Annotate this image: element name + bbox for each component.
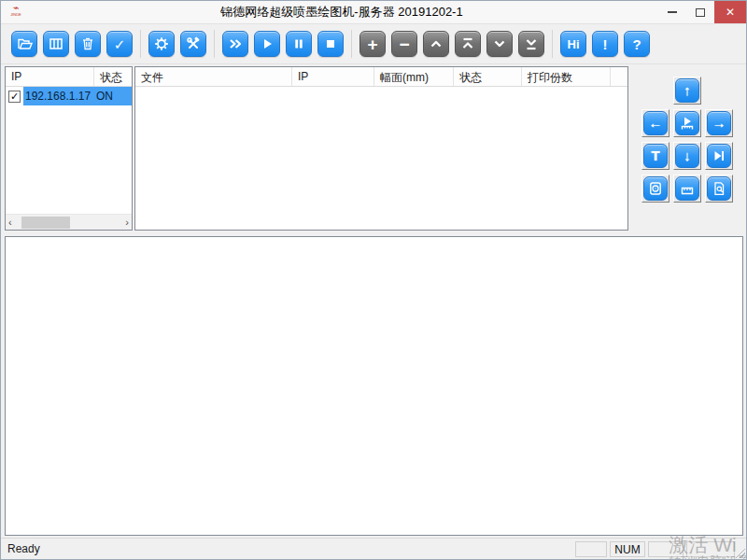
- device-row[interactable]: ✓ 192.168.1.17 ON: [6, 87, 132, 105]
- job-col-copies[interactable]: 打印份数: [522, 67, 611, 86]
- stop-icon: [323, 36, 338, 51]
- left-arrow-icon: ←: [649, 116, 663, 130]
- right-arrow-icon: →: [712, 116, 726, 130]
- minus-icon: −: [399, 35, 409, 53]
- ruler-button[interactable]: [673, 175, 701, 203]
- job-col-ip[interactable]: IP: [292, 67, 374, 86]
- toolbar-separator: [552, 30, 553, 58]
- remove-button[interactable]: −: [391, 31, 417, 57]
- job-col-file[interactable]: 文件: [135, 67, 292, 86]
- device-list-header: IP 状态: [6, 67, 132, 87]
- up-arrow-icon: ↑: [684, 83, 691, 97]
- move-up-button[interactable]: [423, 31, 449, 57]
- minimize-icon: [668, 11, 677, 13]
- pause-icon: [291, 36, 306, 51]
- plus-icon: +: [367, 35, 377, 53]
- check-icon: ✓: [114, 37, 126, 51]
- stop-button[interactable]: [317, 31, 344, 57]
- device-ip: 192.168.1.17: [23, 90, 96, 103]
- tools-button[interactable]: [180, 31, 206, 57]
- pause-button[interactable]: [286, 31, 312, 57]
- jog-grid: ↑ ← → T ↓: [641, 75, 734, 231]
- job-col-status[interactable]: 状态: [454, 67, 522, 86]
- settings-button[interactable]: [148, 31, 175, 57]
- chevron-down-icon: [492, 36, 507, 51]
- move-to-bottom-button[interactable]: [518, 31, 544, 57]
- nudge-right-button[interactable]: →: [705, 109, 733, 137]
- play-ruler-icon: [680, 116, 695, 131]
- start-measure-button[interactable]: [673, 109, 701, 137]
- minimize-button[interactable]: [658, 1, 686, 23]
- play-icon: [260, 36, 275, 51]
- window-controls: ✕: [658, 1, 746, 23]
- columns-view-button[interactable]: [43, 31, 69, 57]
- device-row-selection: 192.168.1.17 ON: [23, 87, 132, 105]
- help-button[interactable]: ?: [624, 31, 650, 57]
- gear-icon: [154, 36, 169, 51]
- upper-panels: IP 状态 ✓ 192.168.1.17 ON ‹ ›: [1, 64, 746, 232]
- move-down-button[interactable]: [486, 31, 513, 57]
- jog-panel: ↑ ← → T ↓: [631, 66, 743, 231]
- toolbar-separator: [351, 30, 352, 58]
- titlebar: ⌁ JINDE 锦德网络超级喷墨绘图机-服务器 20191202-1 ✕: [1, 1, 746, 23]
- device-list-body: ✓ 192.168.1.17 ON: [6, 87, 132, 214]
- maximize-icon: [696, 8, 705, 17]
- add-button[interactable]: +: [359, 31, 386, 57]
- status-pane-cap: [575, 541, 607, 557]
- scroll-right-icon[interactable]: ›: [125, 217, 129, 228]
- job-col-filler: [611, 67, 627, 86]
- nudge-down-button[interactable]: ↓: [673, 142, 701, 170]
- trash-icon: [80, 36, 95, 51]
- chevron-up-bar-icon: [460, 36, 475, 51]
- app-window: ⌁ JINDE 锦德网络超级喷墨绘图机-服务器 20191202-1 ✕ ✓: [0, 0, 747, 560]
- open-folder-icon: [17, 36, 33, 51]
- scroll-left-icon[interactable]: ‹: [8, 217, 12, 228]
- hi-text-icon: Hi: [568, 38, 580, 50]
- device-col-status[interactable]: 状态: [94, 67, 132, 86]
- job-col-width[interactable]: 幅面(mm): [374, 67, 454, 86]
- nudge-left-button[interactable]: ←: [641, 109, 669, 137]
- scrollbar-thumb[interactable]: [21, 217, 70, 229]
- device-status: ON: [96, 90, 132, 103]
- play-to-bar-icon: [712, 148, 726, 163]
- exclamation-icon: !: [603, 37, 608, 51]
- confirm-button[interactable]: ✓: [106, 31, 133, 57]
- chevron-up-icon: [429, 36, 444, 51]
- maximize-button[interactable]: [686, 1, 714, 23]
- statusbar: Ready NUM: [1, 538, 746, 559]
- doc-magnifier-icon: [712, 181, 726, 196]
- disc-button[interactable]: [641, 175, 669, 203]
- toolbar: ✓ + −: [1, 23, 746, 64]
- job-table-body: [135, 87, 627, 230]
- open-file-button[interactable]: [11, 31, 37, 57]
- skip-to-end-button[interactable]: [705, 142, 733, 170]
- device-col-ip[interactable]: IP: [6, 67, 94, 86]
- fast-forward-button[interactable]: [222, 31, 248, 57]
- double-chevron-right-icon: [228, 36, 243, 51]
- move-to-top-button[interactable]: [455, 31, 481, 57]
- job-table-header: 文件 IP 幅面(mm) 状态 打印份数: [135, 67, 627, 87]
- play-button[interactable]: [254, 31, 280, 57]
- app-logo-icon: ⌁ JINDE: [7, 4, 25, 21]
- disc-icon: [648, 181, 663, 196]
- horizontal-scrollbar[interactable]: ‹ ›: [6, 214, 132, 230]
- alert-button[interactable]: !: [592, 31, 618, 57]
- status-pane-num: NUM: [610, 541, 645, 557]
- preview-doc-button[interactable]: [705, 175, 733, 203]
- question-icon: ?: [632, 37, 641, 51]
- text-origin-button[interactable]: T: [641, 142, 669, 170]
- chevron-down-bar-icon: [524, 36, 539, 51]
- letter-t-icon: T: [651, 148, 659, 162]
- close-button[interactable]: ✕: [714, 1, 746, 23]
- status-ready-text: Ready: [1, 542, 575, 555]
- device-list-panel: IP 状态 ✓ 192.168.1.17 ON ‹ ›: [5, 66, 133, 231]
- device-checkbox[interactable]: ✓: [8, 91, 21, 103]
- down-arrow-icon: ↓: [684, 148, 691, 162]
- window-title: 锦德网络超级喷墨绘图机-服务器 20191202-1: [25, 4, 658, 21]
- nudge-up-button[interactable]: ↑: [673, 77, 701, 105]
- hammer-wrench-icon: [186, 36, 201, 51]
- status-pane-scrl: [648, 541, 684, 557]
- delete-job-button[interactable]: [75, 31, 101, 57]
- hi-button[interactable]: Hi: [560, 31, 586, 57]
- ruler-icon: [680, 181, 695, 196]
